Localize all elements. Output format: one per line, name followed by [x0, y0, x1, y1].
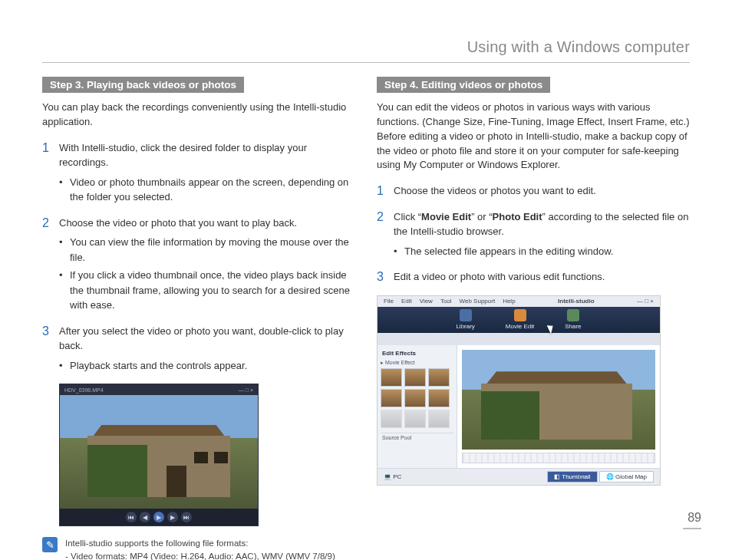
effect-thumb[interactable] — [381, 410, 402, 428]
editor-screenshot: File Edit View Tool Web Support Help Int… — [377, 295, 690, 486]
step4-header: Step 4. Editing videos or photos — [377, 77, 550, 93]
effect-thumb[interactable] — [381, 389, 402, 407]
effect-thumb[interactable] — [381, 368, 402, 387]
page-number: 89 — [683, 511, 701, 529]
source-pool-label: Source Pool — [381, 433, 453, 442]
step4-item-1-text: Choose the videos or photos you want to … — [394, 185, 596, 196]
forward-icon[interactable]: ▶ — [167, 512, 178, 522]
timeline[interactable] — [462, 453, 655, 463]
window-controls-icon[interactable]: — □ × — [637, 298, 654, 305]
step3-item-2: Choose the video or photo that you want … — [42, 216, 355, 313]
prev-icon[interactable]: ⏮ — [126, 512, 137, 522]
effect-thumb[interactable] — [428, 368, 450, 387]
effect-thumb[interactable] — [404, 410, 426, 428]
play-icon[interactable]: ▶ — [153, 512, 164, 522]
step4-list: Choose the videos or photos you want to … — [377, 183, 690, 285]
step4-item-2: Click “Movie Edit” or “Photo Edit” accor… — [377, 209, 690, 259]
note-text: Intelli-studio supports the following fi… — [65, 537, 335, 560]
video-player-window: HDV_0398.MP4 — □ × ⏮ ◀ ▶ ▶ ⏭ — [59, 384, 259, 526]
step4-item-3: Edit a video or photo with various edit … — [377, 269, 690, 285]
step4-item-2-bullet-1: The selected file appears in the editing… — [394, 244, 690, 259]
menu-tool[interactable]: Tool — [440, 298, 452, 305]
step3-item-2-text: Choose the video or photo that you want … — [59, 217, 297, 229]
step3-intro: You can play back the recordings conveni… — [42, 100, 355, 130]
editor-topnav: Library Movie Edit Share — [378, 307, 660, 333]
editor-toolbar — [378, 333, 660, 345]
editor-menubar: File Edit View Tool Web Support Help Int… — [378, 296, 660, 307]
share-icon — [567, 309, 579, 321]
nav-movie-edit[interactable]: Movie Edit — [506, 309, 534, 330]
step3-header: Step 3. Playing back videos or photos — [42, 77, 244, 93]
step3-item-1-text: With Intelli-studio, click the desired f… — [59, 142, 307, 169]
effects-group: ▸ Movie Effect — [381, 360, 453, 366]
effects-sidebar: Edit Effects ▸ Movie Effect — [378, 345, 457, 468]
step4-intro: You can edit the videos or photos in var… — [377, 100, 690, 173]
title-rule — [42, 62, 690, 63]
step3-item-1: With Intelli-studio, click the desired f… — [42, 140, 355, 205]
format-note: ✎ Intelli-studio supports the following … — [42, 537, 355, 560]
step4-item-2-text: Click “Movie Edit” or “Photo Edit” accor… — [394, 211, 688, 238]
left-column: Step 3. Playing back videos or photos Yo… — [42, 77, 355, 560]
pc-label: 💻 PC — [384, 473, 401, 480]
playback-screenshot: HDV_0398.MP4 — □ × ⏮ ◀ ▶ ▶ ⏭ — [59, 384, 355, 526]
nav-share[interactable]: Share — [565, 309, 581, 330]
menu-view[interactable]: View — [420, 298, 433, 305]
note-line-2: - Video formats: MP4 (Video: H.264, Audi… — [65, 552, 335, 560]
canvas-preview — [462, 350, 655, 450]
menu-edit[interactable]: Edit — [401, 298, 412, 305]
step3-item-3-text: After you select the video or photo you … — [59, 325, 344, 352]
step4-item-1: Choose the videos or photos you want to … — [377, 183, 690, 199]
rewind-icon[interactable]: ◀ — [140, 512, 150, 522]
player-titlebar: HDV_0398.MP4 — □ × — [60, 384, 258, 395]
note-icon: ✎ — [42, 537, 58, 552]
library-icon — [460, 309, 472, 321]
step3-item-1-bullet-1: Video or photo thumbnails appear on the … — [59, 175, 355, 205]
step3-item-2-bullet-2: If you click a video thumbnail once, the… — [59, 268, 355, 313]
intelli-studio-window: File Edit View Tool Web Support Help Int… — [377, 295, 661, 486]
tab-thumbnail[interactable]: ◧ Thumbnail — [547, 471, 597, 483]
page-title: Using with a Windows computer — [42, 38, 690, 56]
next-icon[interactable]: ⏭ — [181, 512, 192, 522]
effect-thumbnails — [381, 368, 453, 428]
effect-thumb[interactable] — [428, 410, 450, 428]
right-column: Step 4. Editing videos or photos You can… — [377, 77, 690, 560]
player-window-controls: — □ × — [239, 387, 253, 393]
effects-title: Edit Effects — [381, 348, 453, 360]
player-controls: ⏮ ◀ ▶ ▶ ⏭ — [60, 509, 258, 525]
note-line-1: Intelli-studio supports the following fi… — [65, 539, 248, 548]
effect-thumb[interactable] — [428, 389, 450, 407]
content-columns: Step 3. Playing back videos or photos Yo… — [42, 77, 690, 560]
tab-global-map[interactable]: 🌐 Global Map — [599, 471, 654, 483]
effect-thumb[interactable] — [404, 368, 426, 387]
step4-item-3-text: Edit a video or photo with various edit … — [394, 271, 605, 282]
menu-file[interactable]: File — [384, 298, 394, 305]
editor-canvas — [457, 345, 660, 468]
menu-websupport[interactable]: Web Support — [460, 298, 496, 305]
step3-item-3-bullet-1: Playback starts and the controls appear. — [59, 358, 355, 374]
app-logo: Intelli-studio — [558, 298, 595, 305]
nav-library[interactable]: Library — [456, 309, 474, 330]
editor-bottombar: 💻 PC ◧ Thumbnail 🌐 Global Map — [378, 468, 660, 485]
effect-thumb[interactable] — [404, 389, 426, 407]
editor-body: Edit Effects ▸ Movie Effect — [378, 345, 660, 468]
step3-item-2-bullet-1: You can view the file information by mov… — [59, 235, 355, 265]
menu-help[interactable]: Help — [503, 298, 515, 305]
step3-item-3: After you select the video or photo you … — [42, 324, 355, 374]
step3-list: With Intelli-studio, click the desired f… — [42, 140, 355, 374]
cursor-arrow-icon — [547, 323, 556, 334]
player-filename: HDV_0398.MP4 — [64, 387, 104, 393]
player-video-area — [60, 395, 258, 509]
movie-edit-icon — [514, 309, 526, 321]
